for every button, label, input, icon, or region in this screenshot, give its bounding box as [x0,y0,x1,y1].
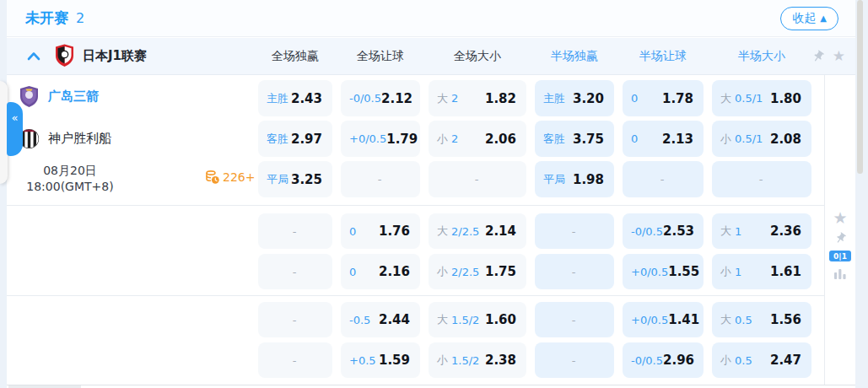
odds-selection-label: 大2/2.5 [437,224,479,239]
odds-selection-label: 平局 [543,172,565,187]
odds-selection-label: 小1.5/2 [437,353,479,368]
pin-icon[interactable] [811,50,825,63]
odds-cell[interactable]: +0/0.51.41 [623,302,704,337]
empty-odds-dash: - [572,225,576,238]
scrollbar-thumb[interactable] [857,0,863,174]
odds-direction-label: 小 [437,353,448,368]
odds-cell: - [258,213,332,249]
odds-cell[interactable]: 小22.06 [429,121,526,157]
sidebar-toggle-tab[interactable]: « [7,102,23,156]
odds-cell[interactable]: 客胜2.97 [258,121,332,157]
triangle-up-icon: ▲ [820,14,827,23]
odds-cell[interactable]: 02.13 [623,121,704,157]
odds-cell[interactable]: 大0.5/11.80 [712,80,811,116]
odds-value: 3.75 [573,132,604,147]
odds-selection-label: +0/0.5 [349,132,386,145]
chevron-up-icon[interactable] [27,51,40,61]
odds-selection-label: 平局 [267,172,288,187]
odds-cell[interactable]: -0/0.52.96 [623,342,704,378]
odds-value: 2.47 [770,353,801,368]
score-badge[interactable]: 0|1 [829,251,851,261]
odds-cell[interactable]: 客胜3.75 [535,121,614,157]
odds-direction-label: 大 [437,91,448,106]
odds-cell[interactable]: 01.76 [341,213,420,249]
stats-chart-icon[interactable] [833,267,847,280]
match-action-rail: ★ 0|1 [825,210,855,280]
column-header-ht-overunder: 半场大小 [712,49,811,64]
odds-cell: - [623,161,704,197]
away-team-name: 神户胜利船 [48,131,111,147]
odds-selection-label: 0 [349,225,356,238]
odds-selection-label: 小1 [720,264,741,279]
away-team-row: 神户胜利船 [19,127,111,150]
match-datetime: 08月20日 18:00(GMT+8) [13,163,127,195]
league-logo-icon [55,44,74,67]
odds-cell[interactable]: 02.16 [341,254,420,289]
odds-value: 1.98 [573,172,604,187]
column-header-ft-1x2: 全场独赢 [258,49,332,64]
empty-odds-dash: - [572,266,576,278]
odds-cell[interactable]: 小1.5/22.38 [429,342,526,378]
empty-odds-dash: - [475,173,479,186]
section-divider [7,385,855,385]
odds-value: 1.80 [770,91,801,106]
collapse-all-button[interactable]: 收起 ▲ [780,7,838,30]
odds-cell[interactable]: 小11.61 [712,254,811,289]
odds-cell[interactable]: 主胜3.20 [535,80,614,116]
empty-odds-dash: - [572,314,576,326]
odds-cell[interactable]: 平局3.25 [258,161,332,197]
empty-odds-dash: - [293,314,297,326]
odds-cell: - [535,342,614,378]
odds-cell[interactable]: +0.51.59 [341,342,420,378]
odds-cell: - [429,161,526,197]
markets-count: 226+ [223,170,255,184]
match-date: 08月20日 [13,163,127,179]
odds-selection-label: +0.5 [349,354,376,367]
more-markets-link[interactable]: 226+ › [205,170,265,185]
home-team-row: 广岛三箭 [19,85,99,108]
odds-cell[interactable]: 主胜2.43 [258,80,332,116]
odds-selection-label: 0 [631,132,638,145]
scrollbar [857,0,863,388]
odds-cell: - [258,254,332,289]
odds-cell: - [341,161,420,197]
odds-value: 1.79 [386,132,418,147]
column-header-ft-overunder: 全场大小 [429,49,526,64]
odds-selection-label: 0 [631,92,638,105]
odds-cell[interactable]: 01.78 [623,80,704,116]
empty-odds-dash: - [293,354,297,367]
pin-icon[interactable] [834,232,847,245]
odds-cell[interactable]: 大12.36 [712,213,811,249]
odds-selection-label: 小0.5/1 [720,132,763,147]
league-header-row: 日本J1联赛 全场独赢 全场让球 全场大小 半场独赢 半场让球 半场大小 ★ [7,38,855,75]
collapse-all-label: 收起 [792,11,816,26]
odds-cell[interactable]: 大0.51.56 [712,302,811,337]
odds-selection-label: +0/0.5 [631,314,668,326]
odds-cell[interactable]: 大1.5/21.60 [429,302,526,337]
odds-cell[interactable]: -0.52.44 [341,302,420,337]
star-icon[interactable]: ★ [833,49,845,63]
odds-value: 2.16 [379,264,410,279]
odds-selection-label: -0/0.5 [631,354,663,367]
odds-cell[interactable]: +0/0.51.55 [623,254,704,289]
odds-cell[interactable]: 平局1.98 [535,161,614,197]
odds-cell[interactable]: 小0.52.47 [712,342,811,378]
odds-cell: - [535,302,614,337]
empty-odds-dash: - [293,266,297,278]
empty-odds-dash: - [378,173,382,186]
odds-cell[interactable]: -0/0.52.12 [341,80,420,116]
odds-direction-label: 大 [720,312,731,327]
odds-cell[interactable]: -0/0.52.53 [623,213,704,249]
odds-value: 2.96 [663,353,694,368]
odds-direction-label: 大 [437,312,448,327]
favorite-star-icon[interactable]: ★ [833,210,847,226]
odds-cell[interactable]: 大2/2.52.14 [429,213,526,249]
odds-group: --0.52.44大1.5/21.60-+0/0.51.41大0.51.56-+… [258,302,811,378]
odds-cell[interactable]: 小0.5/12.08 [712,121,811,157]
odds-selection-label: 大1.5/2 [437,312,479,327]
odds-cell[interactable]: +0/0.51.79 [341,121,420,157]
odds-cell[interactable]: 大21.82 [429,80,526,116]
odds-cell[interactable]: 小2/2.51.75 [429,254,526,289]
column-header-ft-handicap: 全场让球 [341,49,420,64]
markets-coin-icon [205,170,220,185]
